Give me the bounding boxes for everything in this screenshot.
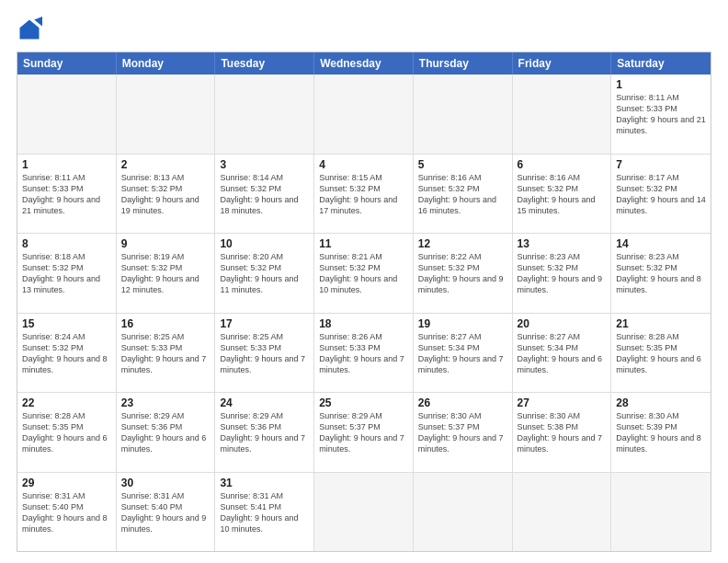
day-cell-17: 17 Sunrise: 8:25 AMSunset: 5:33 PMDaylig… (215, 314, 314, 393)
day-number: 20 (518, 317, 607, 330)
logo (17, 17, 46, 42)
day-info: Sunrise: 8:25 AMSunset: 5:33 PMDaylight:… (121, 332, 207, 374)
day-info: Sunrise: 8:30 AMSunset: 5:39 PMDaylight:… (616, 411, 701, 454)
day-number: 5 (418, 158, 507, 171)
day-number: 30 (121, 477, 210, 489)
day-number: 27 (518, 396, 607, 409)
day-number: 23 (121, 396, 210, 409)
day-number: 26 (418, 396, 507, 409)
day-number: 11 (319, 237, 408, 250)
day-info: Sunrise: 8:28 AMSunset: 5:35 PMDaylight:… (616, 332, 701, 374)
day-info: Sunrise: 8:21 AMSunset: 5:32 PMDaylight:… (319, 252, 397, 294)
day-cell-9: 9 Sunrise: 8:19 AMSunset: 5:32 PMDayligh… (117, 234, 216, 313)
day-info: Sunrise: 8:31 AMSunset: 5:40 PMDaylight:… (121, 491, 207, 534)
day-cell-28: 28 Sunrise: 8:30 AMSunset: 5:39 PMDaylig… (611, 393, 711, 472)
header-cell-sunday: Sunday (17, 52, 117, 75)
day-cell-24: 24 Sunrise: 8:29 AMSunset: 5:36 PMDaylig… (215, 393, 314, 472)
day-number: 15 (22, 317, 111, 330)
day-info: Sunrise: 8:23 AMSunset: 5:32 PMDaylight:… (616, 252, 701, 294)
day-number: 22 (22, 396, 111, 409)
day-info: Sunrise: 8:13 AMSunset: 5:32 PMDaylight:… (121, 173, 199, 215)
empty-cell (513, 75, 612, 154)
day-number: 17 (220, 317, 309, 330)
day-cell-4: 4 Sunrise: 8:15 AMSunset: 5:32 PMDayligh… (314, 155, 414, 234)
day-number: 1 (616, 78, 706, 91)
day-number: 12 (418, 237, 507, 250)
empty-cell (513, 473, 612, 552)
day-cell-25: 25 Sunrise: 8:29 AMSunset: 5:37 PMDaylig… (314, 393, 414, 472)
day-info: Sunrise: 8:26 AMSunset: 5:33 PMDaylight:… (319, 332, 404, 374)
day-cell-29: 29 Sunrise: 8:31 AMSunset: 5:40 PMDaylig… (17, 473, 117, 552)
day-info: Sunrise: 8:27 AMSunset: 5:34 PMDaylight:… (518, 332, 603, 374)
empty-cell (314, 75, 414, 154)
day-info: Sunrise: 8:27 AMSunset: 5:34 PMDaylight:… (418, 332, 504, 374)
day-number: 21 (616, 317, 706, 330)
day-cell-6: 6 Sunrise: 8:16 AMSunset: 5:32 PMDayligh… (513, 155, 612, 234)
day-info: Sunrise: 8:11 AMSunset: 5:33 PMDaylight:… (22, 173, 100, 215)
day-cell-19: 19 Sunrise: 8:27 AMSunset: 5:34 PMDaylig… (414, 314, 513, 393)
day-info: Sunrise: 8:11 AMSunset: 5:33 PMDaylight:… (616, 93, 706, 135)
day-number: 6 (518, 158, 607, 171)
empty-cell (215, 75, 314, 154)
day-number: 10 (220, 237, 309, 250)
day-info: Sunrise: 8:29 AMSunset: 5:37 PMDaylight:… (319, 411, 404, 454)
day-info: Sunrise: 8:30 AMSunset: 5:37 PMDaylight:… (418, 411, 504, 454)
week-row-2: 8 Sunrise: 8:18 AMSunset: 5:32 PMDayligh… (17, 234, 711, 314)
day-cell-16: 16 Sunrise: 8:25 AMSunset: 5:33 PMDaylig… (117, 314, 216, 393)
day-cell-26: 26 Sunrise: 8:30 AMSunset: 5:37 PMDaylig… (414, 393, 513, 472)
day-number: 4 (319, 158, 408, 171)
day-cell-30: 30 Sunrise: 8:31 AMSunset: 5:40 PMDaylig… (117, 473, 216, 552)
day-info: Sunrise: 8:15 AMSunset: 5:32 PMDaylight:… (319, 173, 397, 215)
day-number: 16 (121, 317, 210, 330)
day-number: 8 (22, 237, 111, 250)
page: SundayMondayTuesdayWednesdayThursdayFrid… (0, 0, 728, 563)
day-cell-23: 23 Sunrise: 8:29 AMSunset: 5:36 PMDaylig… (117, 393, 216, 472)
day-number: 13 (518, 237, 607, 250)
day-info: Sunrise: 8:16 AMSunset: 5:32 PMDaylight:… (518, 173, 596, 215)
day-number: 24 (220, 396, 309, 409)
calendar: SundayMondayTuesdayWednesdayThursdayFrid… (17, 52, 711, 552)
day-number: 29 (22, 477, 111, 489)
day-info: Sunrise: 8:30 AMSunset: 5:38 PMDaylight:… (518, 411, 603, 454)
header-cell-thursday: Thursday (414, 52, 513, 75)
day-info: Sunrise: 8:23 AMSunset: 5:32 PMDaylight:… (518, 252, 603, 294)
day-cell-27: 27 Sunrise: 8:30 AMSunset: 5:38 PMDaylig… (513, 393, 612, 472)
header-cell-tuesday: Tuesday (215, 52, 314, 75)
day-cell-20: 20 Sunrise: 8:27 AMSunset: 5:34 PMDaylig… (513, 314, 612, 393)
day-number: 31 (220, 477, 309, 489)
day-info: Sunrise: 8:28 AMSunset: 5:35 PMDaylight:… (22, 411, 108, 454)
day-cell-21: 21 Sunrise: 8:28 AMSunset: 5:35 PMDaylig… (611, 314, 711, 393)
day-number: 28 (616, 396, 706, 409)
day-info: Sunrise: 8:22 AMSunset: 5:32 PMDaylight:… (418, 252, 504, 294)
day-cell-1: 1 Sunrise: 8:11 AMSunset: 5:33 PMDayligh… (611, 75, 711, 154)
empty-cell (314, 473, 414, 552)
day-cell-31: 31 Sunrise: 8:31 AMSunset: 5:41 PMDaylig… (215, 473, 314, 552)
header-cell-wednesday: Wednesday (314, 52, 414, 75)
day-number: 18 (319, 317, 408, 330)
day-cell-3: 3 Sunrise: 8:14 AMSunset: 5:32 PMDayligh… (215, 155, 314, 234)
day-cell-1: 1 Sunrise: 8:11 AMSunset: 5:33 PMDayligh… (17, 155, 117, 234)
day-cell-18: 18 Sunrise: 8:26 AMSunset: 5:33 PMDaylig… (314, 314, 414, 393)
day-info: Sunrise: 8:20 AMSunset: 5:32 PMDaylight:… (220, 252, 298, 294)
day-info: Sunrise: 8:19 AMSunset: 5:32 PMDaylight:… (121, 252, 199, 294)
day-number: 1 (22, 158, 111, 171)
header-cell-monday: Monday (117, 52, 216, 75)
day-cell-7: 7 Sunrise: 8:17 AMSunset: 5:32 PMDayligh… (611, 155, 711, 234)
day-cell-10: 10 Sunrise: 8:20 AMSunset: 5:32 PMDaylig… (215, 234, 314, 313)
day-number: 25 (319, 396, 408, 409)
week-row-4: 22 Sunrise: 8:28 AMSunset: 5:35 PMDaylig… (17, 393, 711, 473)
day-number: 3 (220, 158, 309, 171)
empty-cell (611, 473, 711, 552)
day-cell-5: 5 Sunrise: 8:16 AMSunset: 5:32 PMDayligh… (414, 155, 513, 234)
header-cell-saturday: Saturday (611, 52, 711, 75)
empty-cell (117, 75, 216, 154)
day-cell-22: 22 Sunrise: 8:28 AMSunset: 5:35 PMDaylig… (17, 393, 117, 472)
header-cell-friday: Friday (513, 52, 612, 75)
day-cell-12: 12 Sunrise: 8:22 AMSunset: 5:32 PMDaylig… (414, 234, 513, 313)
day-info: Sunrise: 8:18 AMSunset: 5:32 PMDaylight:… (22, 252, 100, 294)
day-number: 7 (616, 158, 706, 171)
day-info: Sunrise: 8:29 AMSunset: 5:36 PMDaylight:… (220, 411, 305, 454)
day-cell-2: 2 Sunrise: 8:13 AMSunset: 5:32 PMDayligh… (117, 155, 216, 234)
day-number: 2 (121, 158, 210, 171)
day-info: Sunrise: 8:25 AMSunset: 5:33 PMDaylight:… (220, 332, 305, 374)
